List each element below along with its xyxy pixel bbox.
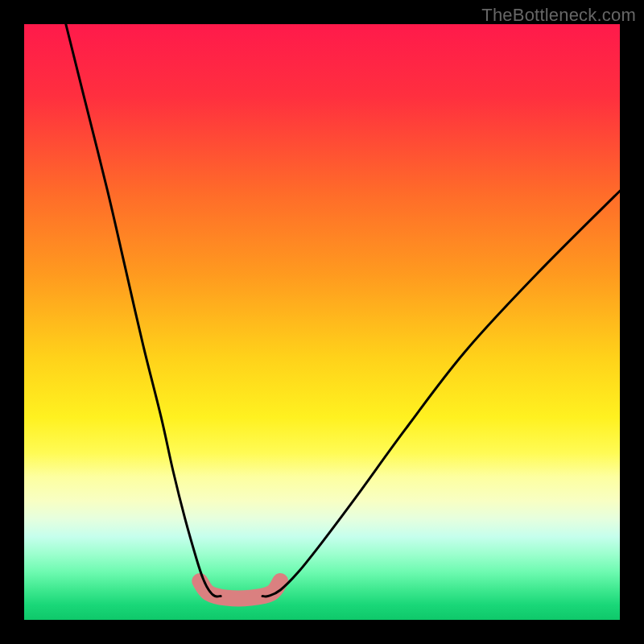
chart-frame: TheBottleneck.com — [0, 0, 644, 644]
watermark-text: TheBottleneck.com — [481, 5, 636, 26]
plot-area — [24, 24, 620, 620]
left-curve — [66, 24, 221, 597]
right-curve — [262, 191, 620, 597]
curve-layer — [24, 24, 620, 620]
